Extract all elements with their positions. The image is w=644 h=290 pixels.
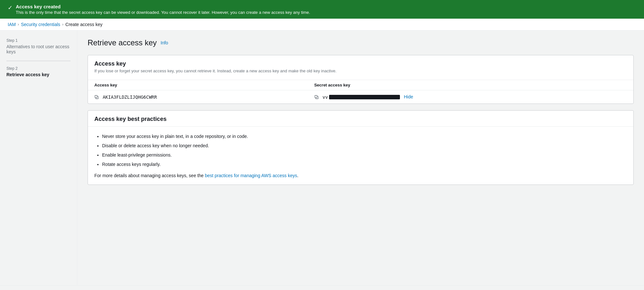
list-item: Rotate access keys regularly. — [102, 161, 627, 168]
access-key-cell: AKIA3FLDZLIJQHG6CWRR — [88, 90, 308, 104]
page-header: Retrieve access key Info — [88, 38, 634, 47]
secret-key-redacted — [329, 95, 400, 99]
best-practices-card: Access key best practices Never store yo… — [88, 110, 634, 185]
sidebar-step-2: Step 2 Retrieve access key — [6, 66, 71, 77]
secret-key-visible: vv — [323, 95, 328, 100]
info-link[interactable]: Info — [161, 40, 168, 45]
access-key-card: Access key If you lose or forget your se… — [88, 55, 634, 104]
hide-link[interactable]: Hide — [404, 94, 413, 99]
breadcrumb: IAM › Security credentials › Create acce… — [0, 19, 644, 31]
breadcrumb-sep-2: › — [62, 22, 63, 27]
key-table-row: AKIA3FLDZLIJQHG6CWRR vv Hide — [88, 90, 633, 104]
copy-secret-key-icon[interactable] — [314, 95, 319, 99]
access-key-table: Access key Secret access key — [88, 80, 633, 104]
access-key-card-title: Access key — [94, 60, 627, 67]
sidebar-step-1: Step 1 Alternatives to root user access … — [6, 38, 71, 54]
svg-rect-1 — [95, 95, 97, 98]
success-banner: ✓ Access key created This is the only ti… — [0, 0, 644, 19]
banner-description: This is the only time that the secret ac… — [16, 10, 310, 15]
svg-rect-3 — [315, 95, 317, 98]
page-title: Retrieve access key — [88, 38, 157, 47]
col-secret-access-key: Secret access key — [308, 80, 633, 90]
breadcrumb-sep-1: › — [18, 22, 19, 27]
list-item: Enable least-privilege permissions. — [102, 152, 627, 159]
more-info-text: For more details about managing access k… — [94, 173, 205, 178]
best-practices-header: Access key best practices — [88, 111, 633, 127]
breadcrumb-security-credentials[interactable]: Security credentials — [21, 22, 60, 27]
col-access-key: Access key — [88, 80, 308, 90]
action-bar: Download .csv file Done — [0, 285, 644, 290]
best-practices-link[interactable]: best practices for managing AWS access k… — [205, 173, 297, 178]
step2-title: Retrieve access key — [6, 72, 71, 77]
banner-title: Access key created — [16, 4, 310, 9]
step1-label: Step 1 — [6, 38, 71, 43]
check-icon: ✓ — [8, 4, 13, 11]
breadcrumb-iam[interactable]: IAM — [8, 22, 16, 27]
access-key-value: AKIA3FLDZLIJQHG6CWRR — [103, 95, 157, 100]
list-item: Never store your access key in plain tex… — [102, 133, 627, 140]
best-practices-body: Never store your access key in plain tex… — [88, 127, 633, 185]
best-practices-title: Access key best practices — [94, 116, 627, 122]
more-info-suffix: . — [297, 173, 298, 178]
breadcrumb-current: Create access key — [65, 22, 102, 27]
access-key-card-header: Access key If you lose or forget your se… — [88, 55, 633, 76]
list-item: Disable or delete access key when no lon… — [102, 142, 627, 149]
main-content: Retrieve access key Info Access key If y… — [77, 31, 644, 285]
more-info: For more details about managing access k… — [94, 173, 627, 178]
secret-key-cell: vv Hide — [308, 90, 633, 104]
best-practices-list: Never store your access key in plain tex… — [94, 133, 627, 168]
access-key-card-desc: If you lose or forget your secret access… — [94, 68, 627, 73]
sidebar-divider — [6, 61, 71, 61]
sidebar: Step 1 Alternatives to root user access … — [0, 31, 77, 285]
copy-access-key-icon[interactable] — [94, 95, 99, 99]
step2-label: Step 2 — [6, 66, 71, 71]
step1-title: Alternatives to root user access keys — [6, 44, 71, 54]
